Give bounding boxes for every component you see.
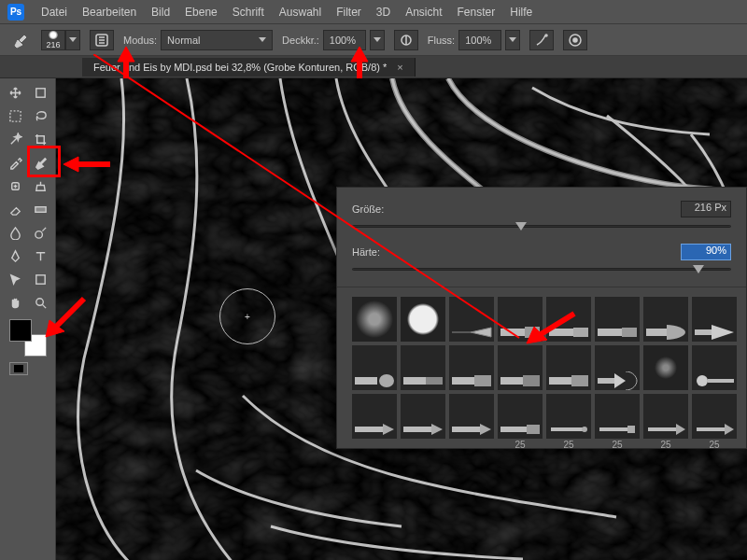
eyedropper-tool[interactable] [4, 152, 27, 174]
menu-view[interactable]: Ansicht [398, 6, 449, 19]
brush-preset[interactable] [401, 394, 445, 439]
path-select-tool[interactable] [4, 269, 27, 290]
brush-size-value[interactable]: 216 Px [681, 201, 731, 217]
svg-point-24 [379, 374, 394, 387]
brush-preset[interactable] [595, 297, 640, 342]
hand-tool[interactable] [4, 292, 27, 314]
svg-rect-25 [403, 377, 426, 385]
brush-hardness-slider[interactable] [352, 268, 731, 277]
svg-rect-31 [549, 377, 571, 385]
menu-image[interactable]: Bild [144, 6, 177, 19]
spot-healing-tool[interactable] [4, 175, 27, 197]
brush-preset[interactable]: 25 [546, 394, 591, 439]
foreground-color[interactable] [9, 319, 32, 342]
brush-preset[interactable] [643, 297, 688, 342]
document-tab-bar: Feuer und Eis by MDI.psd bei 32,8% (Grob… [0, 56, 747, 78]
shape-tool[interactable] [29, 269, 52, 290]
menu-select[interactable]: Auswahl [272, 6, 329, 19]
move-tool[interactable] [4, 82, 27, 104]
svg-point-13 [17, 367, 21, 371]
opacity-label: Deckkr.: [282, 35, 319, 46]
brush-preset[interactable] [498, 345, 543, 390]
brush-preset[interactable]: 25 [643, 394, 688, 439]
chevron-down-icon[interactable] [505, 30, 520, 50]
svg-rect-27 [452, 377, 474, 385]
brush-preset[interactable] [643, 345, 688, 390]
svg-rect-30 [523, 375, 540, 386]
rect-marquee-tool[interactable] [4, 105, 27, 127]
svg-rect-46 [697, 427, 725, 431]
dodge-tool[interactable] [29, 222, 52, 244]
brush-preset[interactable] [595, 345, 640, 390]
svg-rect-22 [695, 329, 712, 335]
brush-preset[interactable] [692, 297, 737, 342]
opacity-input[interactable]: 100% [323, 30, 366, 50]
svg-rect-8 [35, 207, 46, 213]
brush-preset[interactable]: 25 [498, 394, 543, 439]
clone-stamp-tool[interactable] [29, 175, 52, 197]
crop-tool[interactable] [29, 129, 52, 150]
chevron-down-icon[interactable] [65, 30, 80, 50]
options-bar: 216 Modus: Normal Deckkr.: 100% Fluss: 1… [0, 24, 747, 56]
brush-preset[interactable] [546, 345, 591, 390]
document-tab[interactable]: Feuer und Eis by MDI.psd bei 32,8% (Grob… [82, 58, 416, 77]
brush-preset[interactable] [352, 394, 397, 439]
svg-rect-17 [549, 329, 573, 336]
menu-file[interactable]: Datei [34, 6, 75, 19]
brush-cursor [219, 288, 275, 344]
opacity-pressure-button[interactable] [394, 30, 418, 50]
menu-type[interactable]: Schrift [225, 6, 272, 19]
brush-preset[interactable] [546, 297, 591, 342]
brush-preset[interactable] [401, 297, 445, 342]
svg-point-34 [697, 375, 708, 386]
brush-tool[interactable] [29, 152, 52, 174]
brush-preset[interactable] [449, 345, 494, 390]
mode-dropdown[interactable]: Normal [161, 30, 273, 50]
size-pressure-button[interactable] [563, 30, 587, 50]
brush-preset[interactable] [449, 394, 494, 439]
blur-tool[interactable] [4, 222, 27, 244]
brush-preset[interactable] [352, 345, 397, 390]
brush-preset[interactable] [449, 297, 494, 342]
menu-edit[interactable]: Bearbeiten [75, 6, 144, 19]
svg-rect-37 [403, 427, 431, 432]
brush-preset[interactable]: 25 [595, 394, 640, 439]
brush-preset-picker[interactable]: 216 [41, 30, 80, 50]
close-icon[interactable]: × [397, 62, 402, 73]
brush-size-slider[interactable] [352, 225, 731, 234]
menu-filter[interactable]: Filter [329, 6, 369, 19]
svg-rect-44 [627, 426, 635, 433]
eraser-tool[interactable] [4, 199, 27, 220]
artboard-tool[interactable] [29, 82, 52, 104]
menu-layer[interactable]: Ebene [177, 6, 225, 19]
active-tool-brush-icon [9, 29, 32, 51]
svg-rect-26 [426, 377, 443, 385]
zoom-tool[interactable] [29, 292, 52, 314]
svg-point-11 [36, 299, 44, 306]
brush-preset[interactable]: 25 [692, 394, 737, 439]
menu-3d[interactable]: 3D [369, 6, 398, 19]
menu-window[interactable]: Fenster [450, 6, 503, 19]
svg-rect-33 [598, 378, 614, 384]
chevron-down-icon[interactable] [370, 30, 385, 50]
svg-rect-43 [599, 427, 627, 431]
airbrush-button[interactable] [529, 30, 554, 50]
type-tool[interactable] [29, 245, 52, 267]
brush-settings-button[interactable] [90, 30, 114, 50]
lasso-tool[interactable] [29, 105, 52, 127]
brush-preset[interactable] [352, 297, 397, 342]
brush-preset[interactable] [498, 297, 543, 342]
svg-rect-39 [500, 427, 527, 432]
flow-input[interactable]: 100% [458, 30, 501, 50]
gradient-tool[interactable] [29, 199, 52, 220]
color-swatches[interactable] [9, 319, 47, 357]
brush-preset[interactable] [401, 345, 445, 390]
brush-hardness-value[interactable]: 90% [681, 244, 731, 260]
quickmask-toggle[interactable] [9, 362, 28, 375]
mode-label: Modus: [123, 35, 157, 46]
brush-preset[interactable] [692, 345, 737, 390]
menu-help[interactable]: Hilfe [502, 6, 540, 19]
svg-rect-38 [452, 427, 480, 432]
magic-wand-tool[interactable] [4, 129, 27, 150]
pen-tool[interactable] [4, 245, 27, 267]
